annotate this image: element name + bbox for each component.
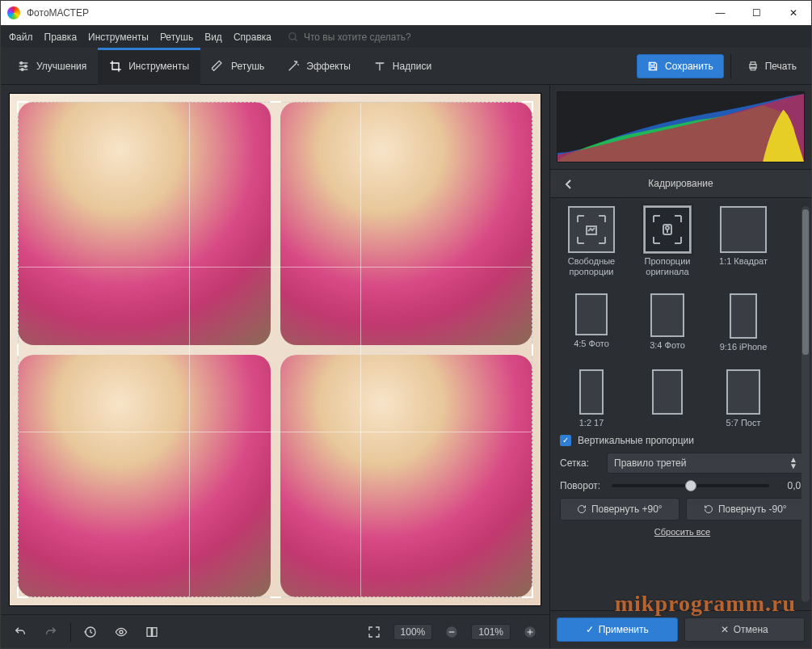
grid-select[interactable]: Правило третей ▲▼: [607, 453, 805, 474]
titlebar: ФотоМАСТЕР — ☐ ✕: [1, 1, 811, 25]
preset-label: 3:4 Фото: [650, 340, 685, 351]
panel-header: Кадрирование: [550, 169, 811, 198]
grid-value: Правило третей: [614, 457, 686, 469]
sidebar: Кадрирование Свободные пропорцииПропорци…: [549, 85, 811, 648]
save-label: Сохранить: [665, 61, 713, 72]
apply-button[interactable]: ✓ Применить: [557, 617, 678, 642]
search-placeholder: Что вы хотите сделать?: [304, 32, 411, 43]
canvas-footer: 100% 101%: [1, 614, 549, 648]
collage-cell: [18, 355, 271, 598]
preset-thumb: [568, 206, 615, 253]
sliders-icon: [17, 60, 30, 73]
preset-label: 9:16 iPhone: [720, 342, 768, 352]
svg-rect-18: [529, 629, 530, 634]
svg-rect-12: [147, 627, 151, 636]
close-icon: ✕: [721, 624, 729, 635]
menubar-search[interactable]: Что вы хотите сделать?: [288, 32, 411, 43]
image-canvas[interactable]: [9, 93, 541, 606]
vertical-proportions-label: Вертикальные пропорции: [578, 435, 694, 446]
zoom-out-button[interactable]: [440, 621, 463, 643]
svg-point-7: [21, 68, 23, 70]
crop-preset[interactable]: 4:5 Фото: [560, 293, 623, 352]
svg-point-21: [666, 226, 669, 230]
rotate-ccw-button[interactable]: Повернуть -90°: [686, 498, 806, 520]
rotation-slider[interactable]: [612, 484, 769, 487]
preset-thumb: [579, 369, 604, 415]
collage-cell: [18, 102, 271, 345]
tab-tools[interactable]: Инструменты: [98, 48, 200, 85]
svg-rect-9: [751, 61, 755, 64]
tab-effects[interactable]: Эффекты: [276, 48, 362, 85]
collage-cell: [280, 355, 533, 598]
scrollbar[interactable]: [801, 206, 810, 602]
back-button[interactable]: [558, 175, 578, 194]
svg-line-1: [295, 38, 297, 40]
preset-label: 1:2 17: [579, 418, 604, 428]
rotate-cw-icon: [577, 504, 587, 514]
crop-preset[interactable]: 9:16 iPhone: [712, 293, 775, 352]
vertical-proportions-checkbox[interactable]: ✓: [560, 435, 571, 446]
save-icon: [647, 61, 658, 72]
tab-label: Надписи: [393, 61, 431, 72]
cancel-button[interactable]: ✕ Отмена: [684, 617, 806, 642]
menu-edit[interactable]: Правка: [44, 32, 78, 43]
menu-retouch[interactable]: Ретушь: [160, 32, 193, 43]
reset-link[interactable]: Сбросить все: [560, 527, 805, 537]
undo-button[interactable]: [9, 621, 32, 643]
rotate-ccw-icon: [704, 504, 713, 514]
svg-point-6: [24, 65, 27, 67]
redo-button[interactable]: [40, 621, 62, 643]
preset-label: 4:5 Фото: [574, 339, 609, 349]
maximize-button[interactable]: ☐: [738, 1, 775, 25]
crop-preset[interactable]: Пропорции оригинала: [636, 206, 699, 277]
chevron-updown-icon: ▲▼: [789, 457, 797, 470]
crop-preset[interactable]: 3:4 Фото: [636, 293, 699, 352]
tab-label: Ретушь: [231, 61, 264, 72]
svg-point-0: [289, 32, 296, 39]
crop-preset[interactable]: 1:1 Квадрат: [712, 206, 775, 277]
rotation-label: Поворот:: [560, 480, 605, 491]
preview-button[interactable]: [110, 621, 133, 643]
preset-thumb: [720, 206, 767, 253]
zoom-fit-value[interactable]: 100%: [393, 624, 433, 640]
menu-tools[interactable]: Инструменты: [88, 32, 149, 43]
tab-text[interactable]: Надписи: [362, 48, 443, 85]
chevron-left-icon: [564, 179, 572, 190]
rotate-cw-button[interactable]: Повернуть +90°: [560, 498, 679, 520]
svg-point-11: [120, 630, 123, 634]
tab-retouch[interactable]: Ретушь: [200, 48, 276, 85]
fit-screen-button[interactable]: [363, 621, 385, 643]
menu-view[interactable]: Вид: [204, 32, 222, 43]
preset-thumb: [650, 293, 684, 337]
print-label: Печать: [765, 61, 797, 72]
print-button[interactable]: Печать: [738, 54, 806, 78]
compare-button[interactable]: [141, 621, 163, 643]
history-button[interactable]: [79, 621, 102, 643]
collage-cell: [280, 102, 533, 345]
crop-preset[interactable]: 5:7 Пост: [712, 369, 775, 428]
crop-preset[interactable]: [636, 369, 699, 428]
histogram: [557, 91, 805, 162]
minimize-button[interactable]: —: [702, 1, 738, 25]
crop-preset[interactable]: 1:2 17: [560, 369, 623, 428]
menu-file[interactable]: Файл: [9, 32, 33, 43]
save-button[interactable]: Сохранить: [637, 54, 724, 78]
panel-title: Кадрирование: [648, 178, 713, 189]
zoom-in-button[interactable]: [519, 621, 541, 643]
menu-help[interactable]: Справка: [234, 32, 271, 43]
canvas-area[interactable]: [1, 85, 549, 614]
svg-rect-13: [153, 627, 157, 636]
rotation-value: 0,0°: [776, 480, 805, 491]
tab-enhance[interactable]: Улучшения: [6, 48, 98, 85]
preset-thumb: [652, 369, 683, 415]
search-icon: [288, 32, 299, 43]
preset-label: Свободные пропорции: [560, 256, 623, 277]
preset-thumb: [726, 369, 760, 415]
close-button[interactable]: ✕: [775, 1, 811, 25]
crop-preset[interactable]: Свободные пропорции: [560, 206, 623, 277]
text-icon: [373, 60, 386, 73]
zoom-value[interactable]: 101%: [471, 624, 511, 640]
menubar: Файл Правка Инструменты Ретушь Вид Справ…: [1, 25, 811, 48]
preset-label: Пропорции оригинала: [636, 256, 699, 277]
main-toolbar: Улучшения Инструменты Ретушь Эффекты Над…: [1, 48, 811, 85]
